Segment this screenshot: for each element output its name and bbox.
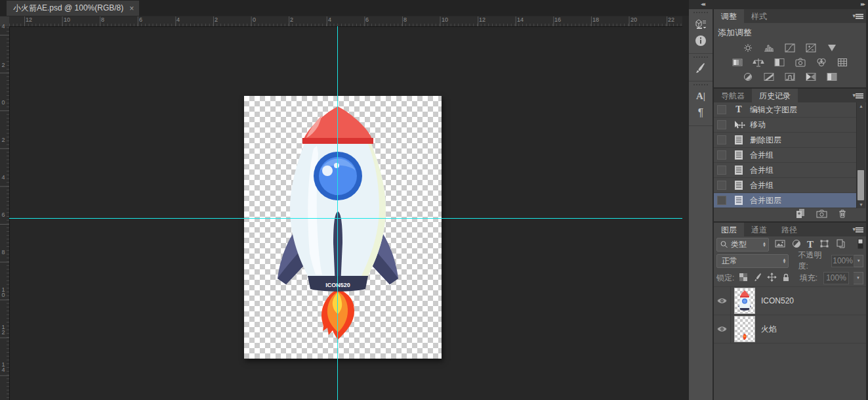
layer-row-flame[interactable]: 火焰 — [714, 315, 866, 344]
vibrance-icon[interactable] — [825, 43, 839, 53]
curves-icon[interactable] — [783, 43, 797, 53]
character-panel-icon[interactable]: A| — [689, 87, 713, 104]
tab-adjustments[interactable]: 调整 — [714, 9, 744, 23]
history-item[interactable]: 移动 — [714, 118, 857, 133]
layer-thumbnail[interactable] — [734, 316, 755, 342]
filter-toggle-icon[interactable] — [858, 238, 863, 251]
history-panel-footer — [714, 208, 866, 221]
eye-icon[interactable] — [716, 325, 728, 333]
ruler-label: 8 — [1, 250, 6, 255]
history-item[interactable]: 合并组 — [714, 148, 857, 163]
brush-panel-icon[interactable] — [689, 60, 713, 77]
history-source-checkbox[interactable] — [717, 150, 726, 160]
history-source-checkbox[interactable] — [717, 105, 726, 114]
lock-all-icon[interactable] — [781, 273, 791, 284]
channel-mixer-icon[interactable] — [815, 57, 829, 68]
filter-kind-adjustment-icon[interactable] — [791, 238, 802, 251]
layer-name[interactable]: 火焰 — [761, 324, 777, 335]
history-source-checkbox[interactable] — [717, 181, 726, 190]
collapse-panels-icon[interactable]: ◂◂ — [701, 1, 704, 7]
brightness-contrast-icon[interactable] — [741, 43, 755, 53]
history-tab-row: 导航器 历史记录 ▾ — [714, 89, 866, 102]
visibility-cell[interactable] — [714, 315, 731, 343]
vertical-ruler[interactable]: 4 2 0 2 4 6 8 10 12 14 — [0, 26, 10, 400]
ruler-label: 2 — [290, 16, 293, 23]
drag-grip[interactable] — [693, 12, 708, 13]
tab-styles[interactable]: 样式 — [744, 9, 774, 23]
new-document-from-state-icon[interactable] — [795, 208, 806, 221]
properties-panel-icon[interactable] — [689, 15, 713, 32]
history-item[interactable]: 合并组 — [714, 163, 857, 178]
color-balance-icon[interactable] — [752, 57, 766, 68]
panel-menu-icon[interactable]: ▾ — [852, 92, 863, 99]
vertical-guide[interactable] — [337, 26, 338, 400]
scroll-down-icon[interactable]: ▼ — [857, 202, 865, 207]
expand-panels-icon[interactable]: ▸▸ — [861, 1, 864, 7]
filter-kind-shape-icon[interactable] — [819, 238, 830, 251]
drag-grip[interactable] — [693, 84, 708, 85]
info-panel-icon[interactable] — [689, 32, 713, 49]
opacity-dropdown-icon[interactable]: ▼ — [854, 255, 863, 267]
eye-icon[interactable] — [716, 297, 728, 305]
layer-name[interactable]: ICON520 — [761, 296, 794, 305]
invert-icon[interactable] — [741, 72, 755, 82]
blend-mode-select[interactable]: 正常 ▲▼ — [716, 254, 789, 268]
panel-menu-icon[interactable]: ▾ — [852, 12, 863, 19]
photo-filter-icon[interactable] — [794, 57, 808, 68]
lock-transparency-icon[interactable] — [739, 273, 748, 283]
selective-color-icon[interactable] — [825, 72, 839, 82]
ruler-label: 8 — [101, 16, 104, 23]
posterize-icon[interactable] — [762, 72, 776, 82]
exposure-icon[interactable] — [804, 43, 818, 53]
scroll-up-icon[interactable]: ▲ — [857, 104, 865, 108]
document-tab-bar: 小火箭AE.psd @ 100%(RGB/8) × — [0, 0, 689, 16]
opacity-value[interactable]: 100% — [831, 255, 854, 267]
panel-icon-strip: A| ¶ — [689, 9, 714, 400]
lock-position-icon[interactable] — [767, 273, 777, 284]
tab-history[interactable]: 历史记录 — [752, 89, 798, 102]
ruler-label: 2 — [1, 62, 6, 68]
tab-navigator[interactable]: 导航器 — [714, 89, 752, 102]
history-source-checkbox[interactable] — [717, 166, 726, 175]
delete-state-trash-icon[interactable] — [837, 208, 848, 221]
history-item[interactable]: 删除图层 — [714, 133, 857, 148]
fill-value[interactable]: 100% — [823, 272, 849, 284]
history-item-selected[interactable]: 合并图层 — [714, 193, 857, 208]
filter-kind-image-icon[interactable] — [774, 238, 786, 251]
history-source-checkbox[interactable] — [717, 196, 726, 205]
horizontal-guide[interactable] — [9, 218, 682, 219]
drag-grip[interactable] — [693, 56, 708, 58]
gradient-map-icon[interactable] — [804, 72, 818, 82]
lock-row: 锁定: 填充: 100% ▼ — [714, 269, 866, 286]
tab-channels[interactable]: 通道 — [744, 223, 774, 236]
horizontal-ruler[interactable]: 12 10 8 6 4 2 0 2 4 6 8 10 12 14 16 18 2… — [9, 16, 682, 27]
fill-dropdown-icon[interactable]: ▼ — [854, 272, 863, 284]
layer-thumbnail[interactable] — [734, 288, 755, 314]
filter-kind-smart-object-icon[interactable] — [835, 238, 846, 251]
scrollbar-thumb[interactable] — [858, 170, 864, 200]
color-lookup-icon[interactable] — [836, 57, 850, 68]
history-source-checkbox[interactable] — [717, 135, 726, 144]
ruler-label: 0 — [1, 100, 6, 105]
layer-filter-type-select[interactable]: 类型 ▲▼ — [716, 238, 769, 252]
levels-icon[interactable] — [762, 43, 776, 53]
new-snapshot-icon[interactable] — [816, 209, 828, 221]
tab-paths[interactable]: 路径 — [774, 223, 804, 236]
visibility-cell[interactable] — [714, 287, 731, 315]
filter-kind-type-icon[interactable]: T — [807, 239, 814, 250]
hue-saturation-icon[interactable] — [731, 57, 745, 68]
history-item[interactable]: T 编辑文字图层 — [714, 102, 857, 118]
history-source-checkbox[interactable] — [717, 120, 726, 129]
black-white-icon[interactable] — [773, 57, 787, 68]
threshold-icon[interactable] — [783, 72, 797, 82]
document-tab[interactable]: 小火箭AE.psd @ 100%(RGB/8) × — [7, 1, 139, 16]
document-canvas[interactable]: ICON520 — [244, 96, 442, 359]
history-item[interactable]: 合并组 — [714, 178, 857, 193]
paragraph-panel-icon[interactable]: ¶ — [689, 104, 713, 122]
lock-pixels-brush-icon[interactable] — [753, 273, 762, 284]
panel-menu-icon[interactable]: ▾ — [852, 226, 863, 233]
tab-layers[interactable]: 图层 — [714, 223, 744, 236]
history-scrollbar[interactable]: ▲ ▼ — [856, 102, 865, 208]
close-tab-icon[interactable]: × — [129, 4, 134, 13]
layer-row-icon520[interactable]: ICON520 — [714, 286, 866, 315]
